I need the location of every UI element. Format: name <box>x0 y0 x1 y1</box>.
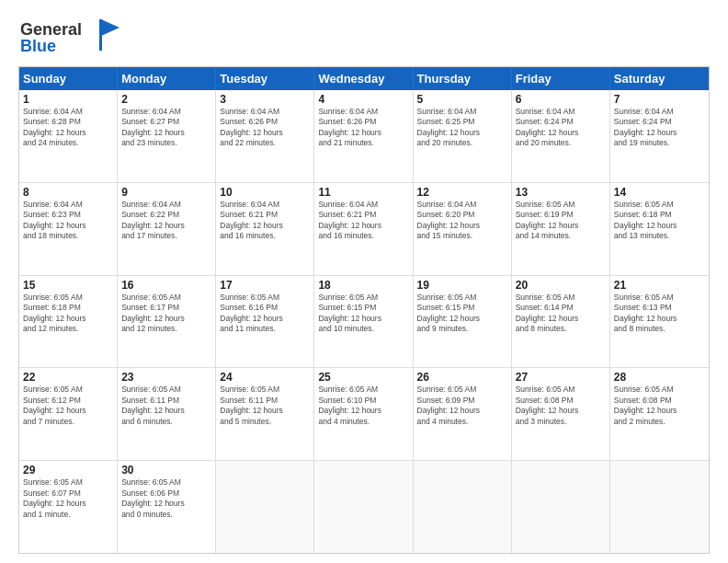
cal-cell <box>414 461 512 553</box>
day-number: 10 <box>220 186 310 199</box>
day-info: Sunrise: 6:05 AM Sunset: 6:07 PM Dayligh… <box>23 477 113 520</box>
page: General Blue Sunday Monday Tuesday Wedne… <box>0 0 728 563</box>
day-info: Sunrise: 6:05 AM Sunset: 6:06 PM Dayligh… <box>121 477 211 520</box>
cal-cell: 22Sunrise: 6:05 AM Sunset: 6:12 PM Dayli… <box>19 368 118 460</box>
day-info: Sunrise: 6:05 AM Sunset: 6:10 PM Dayligh… <box>318 385 408 427</box>
logo-text: General Blue <box>18 15 119 59</box>
day-number: 3 <box>220 93 310 106</box>
day-number: 4 <box>318 93 408 106</box>
day-number: 22 <box>23 371 113 384</box>
cal-cell: 17Sunrise: 6:05 AM Sunset: 6:16 PM Dayli… <box>216 276 314 368</box>
header-sunday: Sunday <box>19 67 118 90</box>
cal-cell: 12Sunrise: 6:04 AM Sunset: 6:20 PM Dayli… <box>414 183 512 275</box>
cal-cell: 27Sunrise: 6:05 AM Sunset: 6:08 PM Dayli… <box>512 368 610 460</box>
cal-cell: 18Sunrise: 6:05 AM Sunset: 6:15 PM Dayli… <box>314 276 413 368</box>
day-info: Sunrise: 6:04 AM Sunset: 6:24 PM Dayligh… <box>614 107 705 149</box>
day-info: Sunrise: 6:04 AM Sunset: 6:25 PM Dayligh… <box>417 107 507 149</box>
day-number: 15 <box>23 279 113 292</box>
cal-cell: 9Sunrise: 6:04 AM Sunset: 6:22 PM Daylig… <box>118 183 216 275</box>
day-info: Sunrise: 6:04 AM Sunset: 6:21 PM Dayligh… <box>220 200 310 242</box>
day-info: Sunrise: 6:05 AM Sunset: 6:11 PM Dayligh… <box>121 385 211 427</box>
cal-cell: 29Sunrise: 6:05 AM Sunset: 6:07 PM Dayli… <box>19 461 118 553</box>
svg-rect-3 <box>99 19 102 51</box>
day-number: 27 <box>516 371 606 384</box>
cal-cell: 26Sunrise: 6:05 AM Sunset: 6:09 PM Dayli… <box>414 368 512 460</box>
day-info: Sunrise: 6:04 AM Sunset: 6:24 PM Dayligh… <box>516 107 606 149</box>
cal-cell: 1Sunrise: 6:04 AM Sunset: 6:28 PM Daylig… <box>19 90 118 182</box>
cal-cell: 2Sunrise: 6:04 AM Sunset: 6:27 PM Daylig… <box>118 90 216 182</box>
day-info: Sunrise: 6:04 AM Sunset: 6:26 PM Dayligh… <box>318 107 408 149</box>
day-info: Sunrise: 6:05 AM Sunset: 6:09 PM Dayligh… <box>417 385 507 427</box>
cal-cell <box>216 461 314 553</box>
day-number: 5 <box>417 93 507 106</box>
cal-cell: 10Sunrise: 6:04 AM Sunset: 6:21 PM Dayli… <box>216 183 314 275</box>
cal-cell: 24Sunrise: 6:05 AM Sunset: 6:11 PM Dayli… <box>216 368 314 460</box>
day-number: 13 <box>516 186 606 199</box>
header-friday: Friday <box>512 67 610 90</box>
cal-cell: 3Sunrise: 6:04 AM Sunset: 6:26 PM Daylig… <box>216 90 314 182</box>
cal-cell <box>314 461 413 553</box>
day-info: Sunrise: 6:04 AM Sunset: 6:28 PM Dayligh… <box>23 107 113 149</box>
day-number: 16 <box>121 279 211 292</box>
day-info: Sunrise: 6:04 AM Sunset: 6:23 PM Dayligh… <box>23 200 113 242</box>
cal-cell: 20Sunrise: 6:05 AM Sunset: 6:14 PM Dayli… <box>512 276 610 368</box>
day-number: 12 <box>417 186 507 199</box>
cal-cell: 21Sunrise: 6:05 AM Sunset: 6:13 PM Dayli… <box>610 276 709 368</box>
calendar-row: 15Sunrise: 6:05 AM Sunset: 6:18 PM Dayli… <box>19 276 709 369</box>
day-info: Sunrise: 6:04 AM Sunset: 6:20 PM Dayligh… <box>417 200 507 242</box>
day-number: 24 <box>220 371 310 384</box>
cal-cell: 4Sunrise: 6:04 AM Sunset: 6:26 PM Daylig… <box>314 90 413 182</box>
day-number: 20 <box>516 279 606 292</box>
header-thursday: Thursday <box>414 67 512 90</box>
cal-cell: 5Sunrise: 6:04 AM Sunset: 6:25 PM Daylig… <box>414 90 512 182</box>
day-info: Sunrise: 6:04 AM Sunset: 6:21 PM Dayligh… <box>318 200 408 242</box>
day-number: 8 <box>23 186 113 199</box>
day-info: Sunrise: 6:05 AM Sunset: 6:17 PM Dayligh… <box>121 293 211 335</box>
day-info: Sunrise: 6:05 AM Sunset: 6:18 PM Dayligh… <box>23 293 113 335</box>
day-info: Sunrise: 6:04 AM Sunset: 6:26 PM Dayligh… <box>220 107 310 149</box>
cal-cell: 6Sunrise: 6:04 AM Sunset: 6:24 PM Daylig… <box>512 90 610 182</box>
day-number: 30 <box>121 464 211 477</box>
day-info: Sunrise: 6:04 AM Sunset: 6:27 PM Dayligh… <box>121 107 211 149</box>
day-number: 6 <box>516 93 606 106</box>
cal-cell: 16Sunrise: 6:05 AM Sunset: 6:17 PM Dayli… <box>118 276 216 368</box>
cal-cell <box>512 461 610 553</box>
cal-cell: 19Sunrise: 6:05 AM Sunset: 6:15 PM Dayli… <box>414 276 512 368</box>
day-info: Sunrise: 6:05 AM Sunset: 6:12 PM Dayligh… <box>23 385 113 427</box>
day-number: 28 <box>614 371 705 384</box>
day-number: 7 <box>614 93 705 106</box>
cal-cell: 8Sunrise: 6:04 AM Sunset: 6:23 PM Daylig… <box>19 183 118 275</box>
day-number: 26 <box>417 371 507 384</box>
day-number: 9 <box>121 186 211 199</box>
cal-cell: 23Sunrise: 6:05 AM Sunset: 6:11 PM Dayli… <box>118 368 216 460</box>
day-info: Sunrise: 6:05 AM Sunset: 6:15 PM Dayligh… <box>318 293 408 335</box>
day-number: 19 <box>417 279 507 292</box>
day-info: Sunrise: 6:05 AM Sunset: 6:18 PM Dayligh… <box>614 200 705 242</box>
day-info: Sunrise: 6:05 AM Sunset: 6:11 PM Dayligh… <box>220 385 310 427</box>
day-number: 21 <box>614 279 705 292</box>
day-info: Sunrise: 6:05 AM Sunset: 6:08 PM Dayligh… <box>614 385 705 427</box>
cal-cell: 25Sunrise: 6:05 AM Sunset: 6:10 PM Dayli… <box>314 368 413 460</box>
cal-cell: 13Sunrise: 6:05 AM Sunset: 6:19 PM Dayli… <box>512 183 610 275</box>
day-number: 23 <box>121 371 211 384</box>
day-info: Sunrise: 6:05 AM Sunset: 6:08 PM Dayligh… <box>516 385 606 427</box>
day-number: 14 <box>614 186 705 199</box>
day-number: 29 <box>23 464 113 477</box>
cal-cell: 11Sunrise: 6:04 AM Sunset: 6:21 PM Dayli… <box>314 183 413 275</box>
svg-text:Blue: Blue <box>20 37 56 55</box>
svg-text:General: General <box>20 20 82 39</box>
calendar-row: 29Sunrise: 6:05 AM Sunset: 6:07 PM Dayli… <box>19 461 709 553</box>
cal-cell: 14Sunrise: 6:05 AM Sunset: 6:18 PM Dayli… <box>610 183 709 275</box>
cal-cell: 15Sunrise: 6:05 AM Sunset: 6:18 PM Dayli… <box>19 276 118 368</box>
cal-cell <box>610 461 709 553</box>
calendar: Sunday Monday Tuesday Wednesday Thursday… <box>18 66 710 554</box>
day-number: 18 <box>318 279 408 292</box>
header-monday: Monday <box>118 67 216 90</box>
header-tuesday: Tuesday <box>216 67 314 90</box>
header: General Blue <box>18 15 710 59</box>
svg-marker-2 <box>101 19 119 36</box>
day-info: Sunrise: 6:05 AM Sunset: 6:13 PM Dayligh… <box>614 293 705 335</box>
calendar-row: 1Sunrise: 6:04 AM Sunset: 6:28 PM Daylig… <box>19 90 709 183</box>
day-info: Sunrise: 6:05 AM Sunset: 6:14 PM Dayligh… <box>516 293 606 335</box>
day-number: 17 <box>220 279 310 292</box>
